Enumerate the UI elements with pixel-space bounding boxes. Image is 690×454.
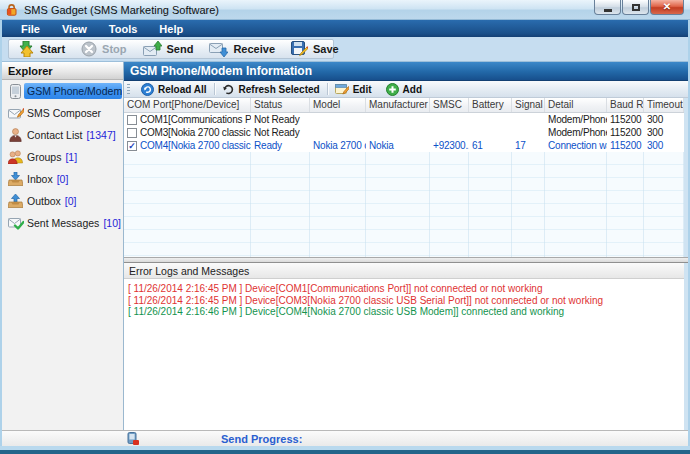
column-header-com-port[interactable]: COM Port[Phone/Device]	[124, 98, 251, 112]
cell-baud-rate: 115200	[607, 113, 644, 126]
sidebar-item-label: Outbox	[27, 195, 61, 207]
refresh-selected-icon	[222, 83, 235, 96]
column-header-detail[interactable]: Detail	[545, 98, 607, 112]
sidebar-item-outbox[interactable]: Outbox [0]	[2, 190, 123, 212]
receive-button[interactable]: Receive	[201, 40, 283, 58]
grid-toolbar: Reload All Refresh Selected	[124, 81, 688, 98]
column-header-manufacturer[interactable]: Manufacturer	[366, 98, 430, 112]
column-header-signal[interactable]: Signal	[512, 98, 545, 112]
stop-button[interactable]: Stop	[73, 40, 134, 58]
send-label: Send	[167, 43, 194, 55]
sidebar-item-count: [0]	[57, 173, 69, 185]
sidebar-item-label: SMS Composer	[27, 107, 101, 119]
explorer-header: Explorer	[2, 62, 123, 80]
sidebar-item-groups[interactable]: Groups [1]	[2, 146, 123, 168]
cell-model: Nokia 2700 clas...	[310, 139, 366, 152]
reload-all-label: Reload All	[158, 84, 207, 95]
add-button[interactable]: Add	[379, 81, 429, 97]
modem-status-icon	[127, 432, 139, 445]
table-row[interactable]: COM1[Communications Port] Not Ready Mode…	[124, 113, 684, 126]
cell-com-port: COM4[Nokia 2700 classic USB Mo...	[140, 140, 251, 151]
refresh-selected-button[interactable]: Refresh Selected	[215, 81, 327, 97]
sidebar-item-sms-composer[interactable]: SMS Composer	[2, 102, 123, 124]
add-icon	[386, 83, 399, 96]
column-header-baud-rate[interactable]: Baud R...	[607, 98, 644, 112]
sidebar-item-label: GSM Phone/Modem	[27, 85, 122, 97]
cell-manufacturer	[366, 126, 430, 139]
reload-all-icon	[141, 83, 154, 96]
save-button[interactable]: Save	[283, 40, 347, 58]
log-entry: [ 11/26/2014 2:16:46 PM ] Device[COM4[No…	[124, 306, 684, 318]
sent-icon	[7, 217, 24, 230]
table-row-active[interactable]: COM4[Nokia 2700 classic USB Mo... Ready …	[124, 139, 684, 152]
sidebar-item-count: [0]	[65, 195, 77, 207]
error-log-panel: Error Logs and Messages [ 11/26/2014 2:1…	[124, 263, 688, 430]
explorer-sidebar: Explorer GSM Phone/Modem [1/3]	[2, 62, 124, 430]
menu-help[interactable]: Help	[148, 20, 194, 37]
send-button[interactable]: Send	[135, 40, 202, 58]
toolbar-strip: Start Stop	[8, 39, 334, 59]
column-header-timeout[interactable]: Timeout	[644, 98, 684, 112]
stop-label: Stop	[102, 43, 126, 55]
sidebar-item-gsm-phone-modem[interactable]: GSM Phone/Modem [1/3]	[2, 80, 123, 102]
sidebar-item-inbox[interactable]: Inbox [0]	[2, 168, 123, 190]
column-header-model[interactable]: Model	[310, 98, 366, 112]
row-checkbox[interactable]	[127, 128, 137, 138]
statusbar: Send Progress:	[2, 430, 688, 446]
contact-icon	[7, 128, 24, 142]
start-label: Start	[40, 43, 65, 55]
phone-icon	[7, 84, 24, 99]
cell-com-port: COM3[Nokia 2700 classic USB Ser...	[140, 127, 251, 138]
cell-smsc	[430, 113, 469, 126]
cell-detail: Modem/Phone ...	[545, 126, 607, 139]
menu-file[interactable]: File	[10, 20, 51, 37]
stop-icon	[81, 41, 97, 57]
start-icon	[17, 41, 35, 57]
cell-timeout: 300	[644, 139, 684, 152]
column-header-battery[interactable]: Battery	[469, 98, 512, 112]
receive-icon	[209, 41, 228, 57]
sidebar-item-label: Sent Messages	[27, 217, 99, 229]
send-progress-label: Send Progress:	[221, 433, 302, 445]
error-log-entries: [ 11/26/2014 2:16:45 PM ] Device[COM1[Co…	[124, 279, 684, 318]
outbox-icon	[7, 194, 24, 208]
cell-smsc	[430, 126, 469, 139]
cell-com-port: COM1[Communications Port]	[140, 114, 251, 125]
log-entry: [ 11/26/2014 2:16:45 PM ] Device[COM3[No…	[124, 295, 684, 307]
row-checkbox[interactable]	[127, 115, 137, 125]
reload-all-button[interactable]: Reload All	[134, 81, 214, 97]
cell-signal: 17	[512, 139, 545, 152]
sidebar-item-count: [1347]	[86, 129, 115, 141]
menubar: File View Tools Help	[2, 20, 688, 37]
start-button[interactable]: Start	[9, 40, 73, 58]
cell-manufacturer	[366, 113, 430, 126]
cell-baud-rate: 115200	[607, 126, 644, 139]
cell-model	[310, 113, 366, 126]
cell-timeout: 300	[644, 126, 684, 139]
sidebar-item-label: Groups	[27, 151, 61, 163]
row-checkbox-checked[interactable]	[127, 141, 137, 151]
toolbar-grip	[127, 84, 130, 95]
column-header-status[interactable]: Status	[251, 98, 310, 112]
cell-battery	[469, 126, 512, 139]
close-button[interactable]: ✕	[650, 0, 684, 15]
menu-view[interactable]: View	[51, 20, 98, 37]
cell-battery	[469, 113, 512, 126]
cell-status: Not Ready	[251, 113, 310, 126]
minimize-button[interactable]	[594, 0, 621, 15]
column-header-smsc[interactable]: SMSC	[430, 98, 469, 112]
table-empty-area	[124, 152, 684, 257]
cell-manufacturer: Nokia	[366, 139, 430, 152]
groups-icon	[7, 150, 24, 164]
maximize-button[interactable]	[622, 0, 649, 15]
sidebar-item-contact-list[interactable]: Contact List [1347]	[2, 124, 123, 146]
edit-button[interactable]: Edit	[328, 81, 379, 97]
refresh-selected-label: Refresh Selected	[239, 84, 320, 95]
sidebar-item-sent-messages[interactable]: Sent Messages [10]	[2, 212, 123, 234]
sidebar-item-label: Inbox	[27, 173, 53, 185]
window-controls: ✕	[593, 0, 684, 15]
cell-status: Ready	[251, 139, 310, 152]
menu-tools[interactable]: Tools	[98, 20, 149, 37]
table-row[interactable]: COM3[Nokia 2700 classic USB Ser... Not R…	[124, 126, 684, 139]
titlebar[interactable]: SMS Gadget (SMS Marketing Software) ✕	[0, 0, 690, 20]
